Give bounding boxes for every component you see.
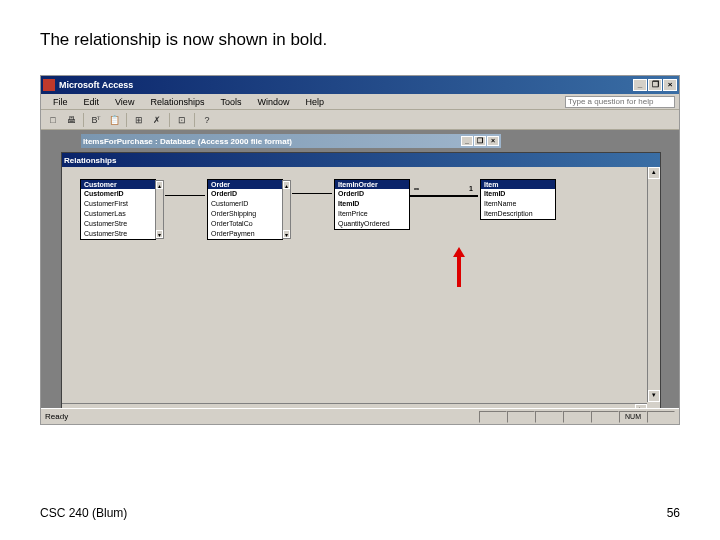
- restore-button[interactable]: ❐: [648, 79, 662, 91]
- scroll-up-icon[interactable]: ▴: [648, 167, 660, 179]
- menu-view[interactable]: View: [107, 97, 142, 107]
- status-cell: [507, 411, 535, 423]
- field[interactable]: ItemPrice: [335, 209, 409, 219]
- table-iteminorder[interactable]: ItemInOrder OrderID ItemID ItemPrice Qua…: [334, 179, 410, 230]
- menu-file[interactable]: File: [45, 97, 76, 107]
- separator: [194, 113, 195, 127]
- rel-workspace[interactable]: Customer CustomerID CustomerFirst Custom…: [62, 167, 660, 397]
- field-pk[interactable]: OrderID: [208, 189, 282, 199]
- show-direct-icon[interactable]: 📋: [106, 112, 122, 128]
- field[interactable]: CustomerID: [208, 199, 282, 209]
- menu-edit[interactable]: Edit: [76, 97, 108, 107]
- separator: [126, 113, 127, 127]
- db-window-icon[interactable]: ⊡: [174, 112, 190, 128]
- footer-left: CSC 240 (Blum): [40, 506, 127, 520]
- db-close-button[interactable]: ×: [487, 136, 499, 146]
- field[interactable]: CustomerStre: [81, 229, 155, 239]
- relation-line[interactable]: [292, 193, 332, 194]
- rel-window-title: Relationships: [64, 156, 116, 165]
- table-scrollbar[interactable]: ▴ ▾: [282, 180, 291, 239]
- separator: [169, 113, 170, 127]
- table-header: Order: [208, 180, 282, 189]
- status-cell: [647, 411, 675, 423]
- field[interactable]: CustomerLas: [81, 209, 155, 219]
- table-order[interactable]: Order OrderID CustomerID OrderShipping O…: [207, 179, 283, 240]
- relation-many-label: ∞: [414, 185, 419, 192]
- scroll-up-icon[interactable]: ▴: [283, 181, 290, 189]
- help-icon[interactable]: ?: [199, 112, 215, 128]
- db-window-title: ItemsForPurchase : Database (Access 2000…: [83, 137, 292, 146]
- app-title: Microsoft Access: [59, 80, 633, 90]
- status-cell-num: NUM: [619, 411, 647, 423]
- statusbar: Ready NUM: [41, 408, 679, 424]
- relation-one-label: 1: [469, 185, 473, 192]
- mdi-workspace: ItemsForPurchase : Database (Access 2000…: [41, 130, 679, 408]
- close-button[interactable]: ×: [663, 79, 677, 91]
- table-header: Customer: [81, 180, 155, 189]
- field-pk[interactable]: ItemID: [335, 199, 409, 209]
- field[interactable]: ItemDescription: [481, 209, 555, 219]
- slide-footer: CSC 240 (Blum) 56: [40, 506, 680, 520]
- slide-title: The relationship is now shown in bold.: [40, 30, 680, 50]
- scroll-down-icon[interactable]: ▾: [648, 390, 660, 402]
- app-titlebar: Microsoft Access _ ❐ ×: [41, 76, 679, 94]
- table-item[interactable]: Item ItemID ItemName ItemDescription: [480, 179, 556, 220]
- database-window[interactable]: ItemsForPurchase : Database (Access 2000…: [81, 134, 501, 148]
- menu-window[interactable]: Window: [249, 97, 297, 107]
- status-cell: [591, 411, 619, 423]
- field[interactable]: QuantityOrdered: [335, 219, 409, 229]
- status-cell: [479, 411, 507, 423]
- footer-right: 56: [667, 506, 680, 520]
- rel-titlebar: Relationships: [62, 153, 660, 167]
- scroll-down-icon[interactable]: ▾: [156, 230, 163, 238]
- menu-help[interactable]: Help: [297, 97, 332, 107]
- field[interactable]: CustomerStre: [81, 219, 155, 229]
- annotation-arrow-icon: [457, 257, 461, 287]
- db-minimize-button[interactable]: _: [461, 136, 473, 146]
- scroll-down-icon[interactable]: ▾: [283, 230, 290, 238]
- show-table-icon[interactable]: Bᵀ: [88, 112, 104, 128]
- status-cell: [563, 411, 591, 423]
- db-titlebar: ItemsForPurchase : Database (Access 2000…: [81, 134, 501, 148]
- status-text: Ready: [45, 412, 479, 421]
- show-all-icon[interactable]: ⊞: [131, 112, 147, 128]
- field[interactable]: OrderShipping: [208, 209, 282, 219]
- menu-tools[interactable]: Tools: [212, 97, 249, 107]
- toolbar: □ 🖶 Bᵀ 📋 ⊞ ✗ ⊡ ?: [41, 110, 679, 130]
- status-cell: [535, 411, 563, 423]
- table-scrollbar[interactable]: ▴ ▾: [155, 180, 164, 239]
- field[interactable]: OrderTotalCo: [208, 219, 282, 229]
- menu-relationships[interactable]: Relationships: [142, 97, 212, 107]
- table-customer[interactable]: Customer CustomerID CustomerFirst Custom…: [80, 179, 156, 240]
- table-header: ItemInOrder: [335, 180, 409, 189]
- access-app-window: Microsoft Access _ ❐ × File Edit View Re…: [40, 75, 680, 425]
- db-restore-button[interactable]: ❐: [474, 136, 486, 146]
- menubar: File Edit View Relationships Tools Windo…: [41, 94, 679, 110]
- clear-layout-icon[interactable]: ✗: [149, 112, 165, 128]
- relationships-window[interactable]: Relationships Customer CustomerID Custom…: [61, 152, 661, 408]
- print-icon[interactable]: 🖶: [63, 112, 79, 128]
- field-pk[interactable]: ItemID: [481, 189, 555, 199]
- field-pk[interactable]: CustomerID: [81, 189, 155, 199]
- rel-vertical-scrollbar[interactable]: ▴ ▾: [647, 167, 660, 402]
- access-icon: [43, 79, 55, 91]
- field-pk[interactable]: OrderID: [335, 189, 409, 199]
- relation-line[interactable]: [165, 195, 205, 196]
- separator: [83, 113, 84, 127]
- field[interactable]: CustomerFirst: [81, 199, 155, 209]
- relation-line-bold[interactable]: [410, 195, 478, 197]
- save-icon[interactable]: □: [45, 112, 61, 128]
- table-header: Item: [481, 180, 555, 189]
- scroll-up-icon[interactable]: ▴: [156, 181, 163, 189]
- help-search-input[interactable]: [565, 96, 675, 108]
- field[interactable]: ItemName: [481, 199, 555, 209]
- field[interactable]: OrderPaymen: [208, 229, 282, 239]
- minimize-button[interactable]: _: [633, 79, 647, 91]
